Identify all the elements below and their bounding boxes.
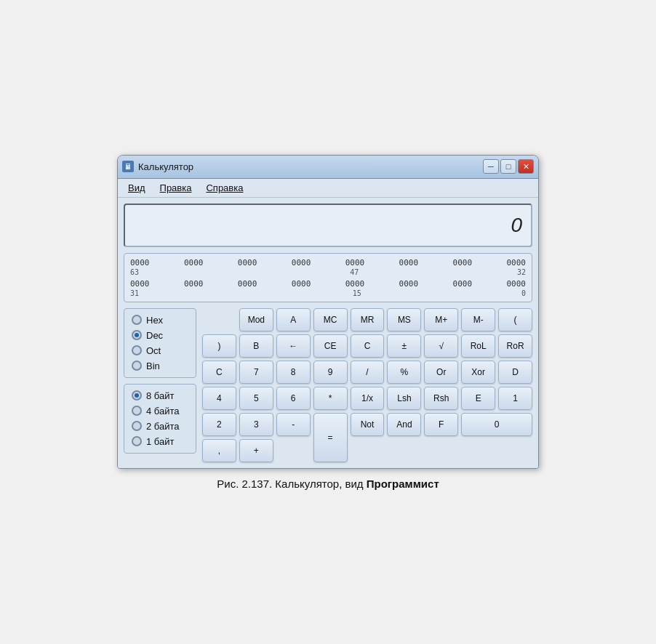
menu-spravka[interactable]: Справка <box>200 180 249 196</box>
btn-A[interactable]: A <box>276 308 311 331</box>
bit-group-12: 0000 <box>292 279 311 289</box>
btn-closeparen[interactable]: ) <box>202 334 236 358</box>
btn-0[interactable]: 0 <box>461 413 532 436</box>
bit-display: 0000 0000 0000 0000 0000 0000 0000 0000 … <box>124 253 532 302</box>
maximize-button[interactable]: □ <box>500 159 516 174</box>
menu-bar: Вид Правка Справка <box>118 179 538 198</box>
btn-mr[interactable]: MR <box>351 308 385 331</box>
radio-8byte-circle <box>132 390 142 401</box>
menu-vid[interactable]: Вид <box>122 180 151 196</box>
caption-prefix: Рис. 2.137. Калькулятор, вид <box>217 478 367 490</box>
btn-ror[interactable]: RoR <box>498 334 532 358</box>
calculator-window: 🖩 Калькулятор ─ □ ✕ Вид Правка Справка 0 <box>117 155 539 469</box>
btn-reciprocal[interactable]: 1/x <box>351 387 385 410</box>
title-bar: 🖩 Калькулятор ─ □ ✕ <box>118 156 538 179</box>
bit-group-5: 0000 <box>345 258 365 267</box>
btn-mplus[interactable]: M+ <box>424 308 458 331</box>
btn-and[interactable]: And <box>387 413 421 436</box>
btn-E[interactable]: E <box>461 387 495 410</box>
minimize-button[interactable]: ─ <box>483 159 499 174</box>
radio-1byte-label: 1 байт <box>146 436 174 447</box>
radio-bin-label: Bin <box>146 361 160 371</box>
close-button[interactable]: ✕ <box>518 159 534 174</box>
btn-7[interactable]: 7 <box>239 361 273 384</box>
btn-9[interactable]: 9 <box>313 361 348 384</box>
lower-section: Hex Dec Oct Bin <box>124 308 532 462</box>
display: 0 <box>124 204 532 247</box>
radio-8byte[interactable]: 8 байт <box>132 390 188 401</box>
bit-group-3: 0000 <box>238 258 257 267</box>
btn-mc[interactable]: MC <box>313 308 348 331</box>
btn-C-hex[interactable]: C <box>202 361 236 384</box>
radio-4byte-label: 4 байта <box>146 406 180 416</box>
btn-plusminus[interactable]: ± <box>387 334 421 358</box>
radio-hex[interactable]: Hex <box>132 315 188 326</box>
radio-hex-label: Hex <box>146 315 163 326</box>
btn-sqrt[interactable]: √ <box>424 334 458 358</box>
radio-bin[interactable]: Bin <box>132 361 188 371</box>
bit-label-15: 15 <box>353 289 361 297</box>
bit-group-10: 0000 <box>184 279 204 289</box>
btn-rol[interactable]: RoL <box>461 334 495 358</box>
btn-6[interactable]: 6 <box>276 387 311 410</box>
page-wrapper: 🖩 Калькулятор ─ □ ✕ Вид Правка Справка 0 <box>117 155 539 490</box>
btn-lsh[interactable]: Lsh <box>387 387 421 410</box>
bit-group-8: 0000 <box>506 258 526 267</box>
bit-group-14: 0000 <box>399 279 419 289</box>
base-radio-panel: Hex Dec Oct Bin <box>124 308 196 378</box>
btn-1[interactable]: 1 <box>498 387 532 410</box>
btn-or[interactable]: Or <box>424 361 458 384</box>
btn-mminus[interactable]: M- <box>461 308 495 331</box>
radio-2byte-circle <box>132 421 142 431</box>
btn-not[interactable]: Not <box>351 413 385 436</box>
btn-2[interactable]: 2 <box>202 413 236 436</box>
radio-bin-circle <box>132 361 142 371</box>
btn-8[interactable]: 8 <box>276 361 311 384</box>
radio-dec[interactable]: Dec <box>132 330 188 341</box>
bit-row-2: 0000 0000 0000 0000 0000 0000 0000 0000 <box>130 279 526 289</box>
btn-divide[interactable]: / <box>351 361 385 384</box>
title-bar-left: 🖩 Калькулятор <box>122 161 193 172</box>
btn-backspace[interactable]: ← <box>276 334 311 358</box>
btn-4[interactable]: 4 <box>202 387 236 410</box>
radio-1byte-circle <box>132 436 142 446</box>
btn-minus[interactable]: - <box>276 413 311 436</box>
radio-2byte-label: 2 байта <box>146 421 180 432</box>
byte-radio-panel: 8 байт 4 байта 2 байта 1 байт <box>124 384 196 454</box>
radio-dec-label: Dec <box>146 330 163 341</box>
buttons-area: Mod A MC MR MS M+ M- ( ) B ← CE C <box>202 308 532 462</box>
btn-plus[interactable]: + <box>239 439 273 462</box>
radio-2byte[interactable]: 2 байта <box>132 421 188 432</box>
radio-1byte[interactable]: 1 байт <box>132 436 188 447</box>
bit-group-15: 0000 <box>453 279 473 289</box>
radio-panels: Hex Dec Oct Bin <box>124 308 196 462</box>
btn-xor[interactable]: Xor <box>461 361 495 384</box>
btn-ce[interactable]: CE <box>313 334 348 358</box>
btn-rsh[interactable]: Rsh <box>424 387 458 410</box>
bit-label-63: 63 <box>130 268 139 276</box>
btn-decimal[interactable]: , <box>202 439 236 462</box>
bit-label-row-1: 63 47 32 <box>130 268 526 276</box>
radio-oct[interactable]: Oct <box>132 345 188 356</box>
btn-ms[interactable]: MS <box>387 308 421 331</box>
bit-label-32: 32 <box>517 268 526 276</box>
btn-openparen[interactable]: ( <box>498 308 532 331</box>
btn-B[interactable]: B <box>239 334 273 358</box>
btn-equals[interactable]: = <box>313 413 348 462</box>
btn-mod[interactable]: Mod <box>239 308 273 331</box>
btn-5[interactable]: 5 <box>239 387 273 410</box>
bit-group-16: 0000 <box>506 279 526 289</box>
btn-D[interactable]: D <box>498 361 532 384</box>
btn-3[interactable]: 3 <box>239 413 273 436</box>
menu-pravka[interactable]: Правка <box>154 180 198 196</box>
bit-group-1: 0000 <box>130 258 150 267</box>
radio-8byte-label: 8 байт <box>146 390 174 401</box>
btn-F[interactable]: F <box>424 413 458 436</box>
btn-multiply[interactable]: * <box>313 387 348 410</box>
radio-4byte[interactable]: 4 байта <box>132 406 188 416</box>
bit-label-0: 0 <box>521 289 526 297</box>
btn-percent[interactable]: % <box>387 361 421 384</box>
display-value: 0 <box>511 214 522 237</box>
window-title: Калькулятор <box>138 161 193 172</box>
btn-c[interactable]: C <box>351 334 385 358</box>
